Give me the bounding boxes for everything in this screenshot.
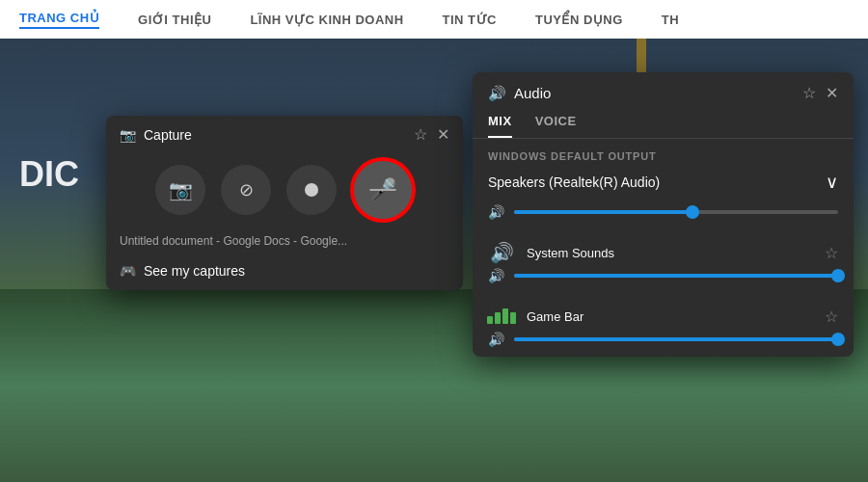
capture-title-area: 📷 Capture [120,127,192,143]
audio-header-actions: ☆ ✕ [802,84,838,102]
volume-icon: 🔊 [488,204,504,220]
capture-source-text: Untitled document - Google Docs - Google… [106,230,463,255]
tab-mix[interactable]: MIX [488,114,512,138]
system-sounds-vol-icon: 🔊 [488,268,504,283]
system-sounds-slider-row: 🔊 [473,266,854,293]
audio-title-area: 🔊 Audio [488,85,551,102]
system-sounds-thumb[interactable] [831,269,845,282]
audio-close-icon[interactable]: ✕ [826,84,838,102]
capture-buttons-row: 📷 ⊘ 🎤 [106,151,463,230]
screenshot-icon: 📷 [169,178,193,201]
nav-item-tin-tuc[interactable]: TIN TỨC [443,13,497,27]
record-dot-icon [305,183,318,197]
system-sounds-icon: 🔊 [488,239,515,266]
dic-text: DIC [19,154,79,195]
mic-off-icon: 🎤 [370,177,396,202]
game-bar-star-icon[interactable]: ☆ [825,308,838,326]
game-bar-track[interactable] [514,337,838,341]
windows-default-label: WINDOWS DEFAULT OUTPUT [473,139,854,168]
main-volume-track[interactable] [514,210,838,214]
audio-panel-title: Audio [514,85,551,101]
nav-item-th[interactable]: TH [662,13,679,27]
see-captures-link[interactable]: 🎮 See my captures [106,255,463,290]
speakers-dropdown[interactable]: Speakers (Realtek(R) Audio) ∨ [473,168,854,202]
chevron-down-icon: ∨ [826,172,838,193]
game-bar-row: Game Bar ☆ [473,293,854,330]
game-bar-name: Game Bar [527,309,813,324]
capture-header-actions: ☆ ✕ [414,125,449,144]
system-sounds-name: System Sounds [527,246,813,260]
main-volume-slider-row: 🔊 [473,202,854,229]
audio-tabs: MIX VOICE [473,110,854,139]
capture-close-icon[interactable]: ✕ [437,125,449,144]
system-sounds-star-icon[interactable]: ☆ [825,244,838,262]
game-bar-slider-row: 🔊 [473,330,854,357]
record-no-audio-button[interactable]: ⊘ [221,165,271,215]
game-bar-icon [488,303,515,330]
main-volume-fill [514,210,692,214]
audio-pin-icon[interactable]: ☆ [802,84,816,102]
capture-panel-header: 📷 Capture ☆ ✕ [106,116,463,151]
camera-title-icon: 📷 [120,127,136,143]
system-sounds-track[interactable] [514,274,838,278]
mic-mute-button[interactable]: 🎤 [352,159,414,221]
tab-voice[interactable]: VOICE [535,114,577,138]
game-bar-vol-icon: 🔊 [488,332,504,347]
nav-item-tuyen-dung[interactable]: TUYỂN DỤNG [535,13,623,27]
capture-panel-title: Capture [144,127,192,143]
speakers-name: Speakers (Realtek(R) Audio) [488,174,660,190]
capture-panel: 📷 Capture ☆ ✕ 📷 ⊘ 🎤 Untitled document - … [106,116,463,290]
game-bar-bars-icon [487,308,516,324]
audio-speaker-icon: 🔊 [488,85,506,102]
see-captures-label: See my captures [144,263,245,279]
see-captures-icon: 🎮 [120,263,136,279]
nav-item-linh-vuc[interactable]: LĨNH VỰC KINH DOANH [250,13,403,27]
system-sounds-fill [514,274,838,278]
nav-item-trang-chu[interactable]: TRANG CHỦ [19,11,99,29]
no-audio-icon: ⊘ [239,179,254,201]
nav-item-gioi-thieu[interactable]: GIỚI THIỆU [138,13,211,27]
audio-panel-header: 🔊 Audio ☆ ✕ [473,72,854,110]
capture-pin-icon[interactable]: ☆ [414,125,427,144]
main-volume-thumb[interactable] [686,205,699,219]
nav-bar: TRANG CHỦ GIỚI THIỆU LĨNH VỰC KINH DOANH… [0,0,868,39]
game-bar-fill [514,337,838,341]
system-sounds-row: 🔊 System Sounds ☆ [473,229,854,266]
game-bar-thumb[interactable] [831,333,845,346]
audio-panel: 🔊 Audio ☆ ✕ MIX VOICE WINDOWS DEFAULT OU… [473,72,854,357]
record-button[interactable] [286,165,337,215]
screenshot-button[interactable]: 📷 [155,165,205,215]
